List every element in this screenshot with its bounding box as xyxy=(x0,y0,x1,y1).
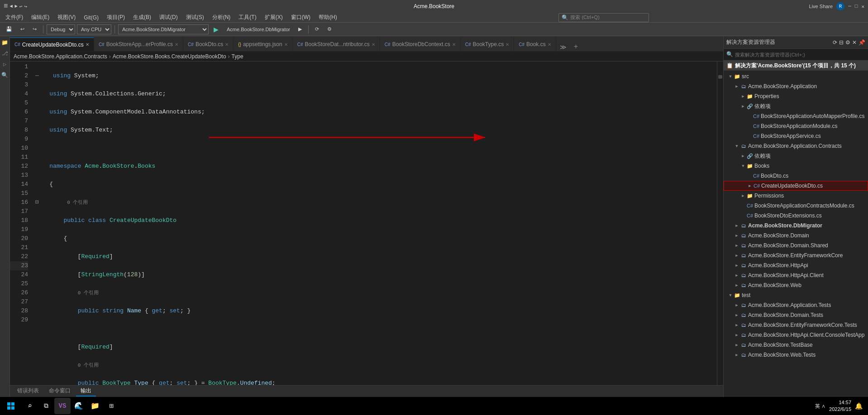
menu-help[interactable]: 帮助(H) xyxy=(315,13,341,22)
tree-item-dtoext[interactable]: C# BookStoreDtoExtensions.cs xyxy=(724,211,868,221)
restore-btn[interactable]: □ xyxy=(855,4,858,9)
close-btn[interactable]: ✕ xyxy=(861,4,864,9)
tree-item-appmodule[interactable]: C# BookStoreApplicationModule.cs xyxy=(724,121,868,131)
tree-item-contractsmodule[interactable]: C# BookStoreApplicationContractsModule.c… xyxy=(724,201,868,211)
tree-item-appservice[interactable]: C# BookStoreAppService.cs xyxy=(724,131,868,141)
toolbar-extra-2[interactable]: ⚙ xyxy=(324,25,335,33)
tree-item-efcore[interactable]: ► 🗂 Acme.BookStore.EntityFrameworkCore xyxy=(724,250,868,260)
taskbar-search-btn[interactable]: ⌕ xyxy=(22,398,38,414)
se-collapse-btn[interactable]: ⊟ xyxy=(839,39,844,46)
tab-close-createupdatebookdto[interactable]: ✕ xyxy=(86,42,89,47)
menu-test[interactable]: 测试(S) xyxy=(182,13,208,22)
debug-config-dropdown[interactable]: Debug xyxy=(47,24,75,34)
tree-item-consoletestapp[interactable]: ► 🗂 Acme.BookStore.HttpApi.Client.Consol… xyxy=(724,330,868,340)
tree-item-books[interactable]: ▼ 📁 Books xyxy=(724,161,868,171)
menu-tools[interactable]: 工具(T) xyxy=(235,13,260,22)
platform-dropdown[interactable]: Any CPU xyxy=(77,24,111,34)
tree-item-web[interactable]: ► 🗂 Acme.BookStore.Web xyxy=(724,280,868,290)
save-btn[interactable]: 💾 xyxy=(3,25,15,33)
menu-file[interactable]: 文件(F) xyxy=(2,13,27,22)
activity-debug[interactable]: ▷ xyxy=(0,60,10,69)
se-search-input[interactable] xyxy=(735,52,865,57)
tab-bookstoreapperprofile[interactable]: C# BookStoreApp...erProfile.cs ✕ xyxy=(94,38,183,51)
toolbar-extra-1[interactable]: ⟳ xyxy=(312,25,322,33)
editor-scrollbar[interactable] xyxy=(717,61,723,385)
redo-btn[interactable]: ↪ xyxy=(24,4,27,9)
menu-project[interactable]: 项目(P) xyxy=(103,13,129,22)
menu-analyze[interactable]: 分析(N) xyxy=(209,13,234,22)
se-sync-btn[interactable]: ⟳ xyxy=(833,39,837,46)
tab-close-bookdto[interactable]: ✕ xyxy=(225,42,229,47)
tree-item-domain-shared[interactable]: ► 🗂 Acme.BookStore.Domain.Shared xyxy=(724,241,868,250)
tab-close-appsettings[interactable]: ✕ xyxy=(284,42,288,47)
taskbar-vs-btn[interactable]: VS xyxy=(54,398,71,414)
tree-item-httpapi[interactable]: ► 🗂 Acme.BookStore.HttpApi xyxy=(724,260,868,270)
undo-toolbar-btn[interactable]: ↩ xyxy=(17,25,28,33)
tree-item-contracts[interactable]: ▼ 🗂 Acme.BookStore.Application.Contracts xyxy=(724,141,868,151)
tree-item-application[interactable]: ► 🗂 Acme.BookStore.Application xyxy=(724,81,868,91)
tree-item-properties[interactable]: ► 📁 Properties xyxy=(724,91,868,101)
tab-close-booktype[interactable]: ✕ xyxy=(506,42,509,47)
bottom-tab-errors[interactable]: 错误列表 xyxy=(13,386,43,396)
breadcrumb-part-2[interactable]: Acme.BookStore.Books.CreateUpdateBookDto xyxy=(113,53,226,60)
se-pin-btn[interactable]: 📌 xyxy=(858,39,865,46)
taskbar-start-btn[interactable] xyxy=(2,397,20,415)
startup-project-dropdown[interactable]: Acme.BookStore.DbMigrator xyxy=(118,24,209,34)
menu-edit[interactable]: 编辑(E) xyxy=(28,13,53,22)
bottom-tab-output[interactable]: 输出 xyxy=(76,386,96,396)
run2-btn[interactable]: ▶ xyxy=(295,25,305,33)
tree-item-efcoretests[interactable]: ► 🗂 Acme.BookStore.EntityFrameworkCore.T… xyxy=(724,320,868,330)
back-btn[interactable]: ◄ xyxy=(10,4,13,9)
se-close-btn[interactable]: ✕ xyxy=(852,39,857,46)
menu-build[interactable]: 生成(B) xyxy=(129,13,155,22)
live-share-btn[interactable]: Live Share xyxy=(809,4,833,9)
breadcrumb-part-3[interactable]: Type xyxy=(232,53,243,60)
menu-extensions[interactable]: 扩展(X) xyxy=(261,13,286,22)
activity-explorer[interactable]: 📁 xyxy=(0,38,10,47)
tree-item-bookdto[interactable]: C# BookDto.cs xyxy=(724,171,868,181)
taskbar-lang[interactable]: 英 ∧ xyxy=(815,403,825,410)
menu-git[interactable]: Git(G) xyxy=(80,14,102,22)
run-btn[interactable]: ▶ xyxy=(210,24,222,34)
tree-item-src[interactable]: ▼ 📁 src xyxy=(724,71,868,81)
activity-git[interactable]: ⎇ xyxy=(0,49,10,58)
tree-item-deps1[interactable]: ► 🔗 依赖项 xyxy=(724,101,868,111)
tab-createupdatebookdto[interactable]: C# CreateUpdateBookDto.cs ✕ xyxy=(10,38,94,51)
undo-btn[interactable]: ↩ xyxy=(19,4,23,9)
taskbar-explorer-btn[interactable]: 📁 xyxy=(87,398,103,414)
se-tree[interactable]: ▼ 📁 src ► 🗂 Acme.BookStore.Application ►… xyxy=(724,71,868,397)
tree-item-dbmigrator[interactable]: ► 🗂 Acme.BookStore.DbMigrator xyxy=(724,221,868,231)
taskbar-clock[interactable]: 14:57 2022/6/15 xyxy=(829,399,851,413)
tree-item-domaintests[interactable]: ► 🗂 Acme.BookStore.Domain.Tests xyxy=(724,310,868,320)
tab-booktype[interactable]: C# BookType.cs ✕ xyxy=(461,38,515,51)
taskbar-terminal-btn[interactable]: ⊞ xyxy=(103,398,119,414)
se-settings-btn[interactable]: ⚙ xyxy=(845,39,850,46)
menu-view[interactable]: 视图(V) xyxy=(54,13,79,22)
tree-item-createupdatebookdto[interactable]: ► C# CreateUpdateBookDto.cs xyxy=(724,181,868,191)
tree-item-domain[interactable]: ► 🗂 Acme.BookStore.Domain xyxy=(724,231,868,241)
taskbar-taskview-btn[interactable]: ⧉ xyxy=(38,398,54,414)
breadcrumb-part-1[interactable]: Acme.BookStore.Application.Contracts xyxy=(14,53,107,60)
tab-new-btn[interactable]: + xyxy=(570,43,582,51)
tree-item-test[interactable]: ▼ 📁 test xyxy=(724,290,868,300)
tab-close-bookstoredbcontext[interactable]: ✕ xyxy=(452,42,456,47)
tree-item-apptests[interactable]: ► 🗂 Acme.BookStore.Application.Tests xyxy=(724,300,868,310)
tab-overflow-btn[interactable]: ≫ xyxy=(556,43,570,51)
tree-item-deps2[interactable]: ► 🔗 依赖项 xyxy=(724,151,868,161)
taskbar-edge-btn[interactable]: 🌊 xyxy=(71,398,87,414)
tab-bookstoredat[interactable]: C# BookStoreDat...ntributor.cs ✕ xyxy=(293,38,380,51)
activity-search[interactable]: 🔍 xyxy=(0,71,10,80)
tree-item-testbase[interactable]: ► 🗂 Acme.BookStore.TestBase xyxy=(724,340,868,350)
redo-toolbar-btn[interactable]: ↪ xyxy=(29,25,40,33)
menu-debug[interactable]: 调试(D) xyxy=(156,13,181,22)
tab-close-bookstoreapperprofile[interactable]: ✕ xyxy=(175,42,178,47)
tab-book[interactable]: C# Book.cs ✕ xyxy=(514,38,556,51)
forward-btn[interactable]: ► xyxy=(14,4,18,9)
menu-window[interactable]: 窗口(W) xyxy=(287,13,314,22)
tab-bookdto[interactable]: C# BookDto.cs ✕ xyxy=(183,38,234,51)
tab-bookstoredbcontext[interactable]: C# BookStoreDbContext.cs ✕ xyxy=(380,38,461,51)
code-editor[interactable]: 1 2 3 4 5 6 7 8 9 10 11 12 13 14 15 16 1… xyxy=(10,61,723,385)
tab-close-book[interactable]: ✕ xyxy=(548,42,551,47)
code-content[interactable]: ─ using System; using System.Collections… xyxy=(32,61,717,385)
minimize-btn[interactable]: ─ xyxy=(848,4,851,9)
